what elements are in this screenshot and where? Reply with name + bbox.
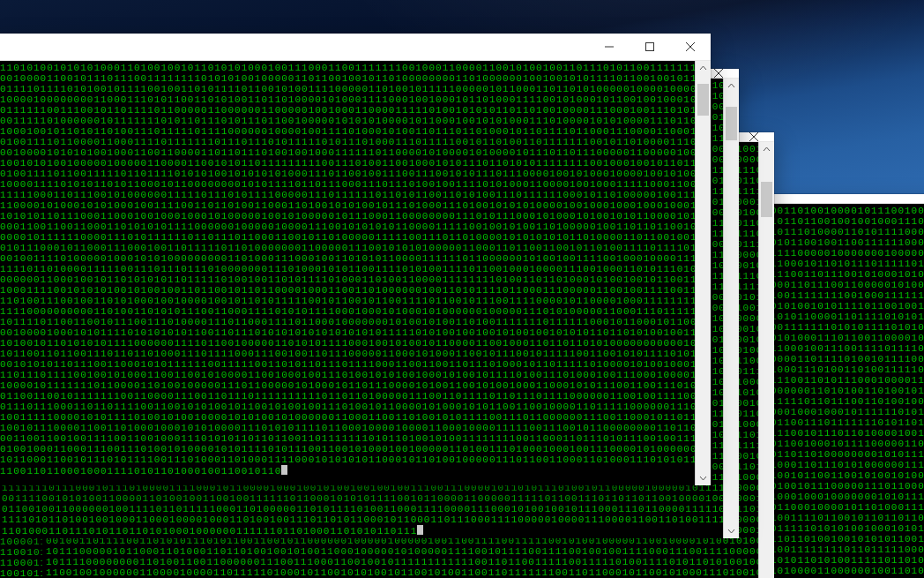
text-cursor: [417, 525, 423, 535]
scroll-track[interactable]: [759, 157, 774, 575]
scroll-up-button[interactable]: [724, 79, 739, 94]
scroll-down-button[interactable]: [696, 470, 711, 485]
minimize-icon: [605, 42, 614, 51]
maximize-button[interactable]: [630, 34, 670, 60]
titlebar[interactable]: [0, 34, 711, 61]
scroll-track[interactable]: [696, 76, 711, 470]
text-cursor: [281, 465, 287, 475]
scroll-down-button[interactable]: [724, 523, 739, 538]
scroll-thumb[interactable]: [697, 84, 709, 116]
svg-rect-3: [646, 43, 654, 51]
console-window-4[interactable]: 0011010010000101110010001011 10110110010…: [767, 194, 924, 578]
minimize-button[interactable]: [589, 34, 630, 60]
scroll-up-button[interactable]: [696, 61, 711, 76]
console-output[interactable]: 0011010010000101110010001011 10110110010…: [767, 204, 924, 578]
scroll-track[interactable]: [724, 94, 739, 523]
chevron-down-icon: [699, 474, 707, 482]
console-output[interactable]: 1101010010101010001101001001011010101000…: [0, 61, 695, 485]
chevron-up-icon: [699, 64, 707, 72]
close-icon: [686, 42, 695, 51]
scroll-up-button[interactable]: [759, 142, 774, 157]
maximize-icon: [645, 42, 654, 51]
scroll-thumb[interactable]: [761, 182, 772, 217]
titlebar-drag-region[interactable]: [767, 194, 924, 203]
vertical-scrollbar[interactable]: [723, 79, 739, 538]
scroll-thumb[interactable]: [726, 107, 737, 140]
close-icon: [714, 69, 723, 78]
titlebar-drag-region[interactable]: [0, 34, 589, 60]
console-window-1[interactable]: 1101010010101010001101001001011010101000…: [0, 34, 711, 485]
close-button[interactable]: [734, 132, 774, 141]
close-icon: [749, 132, 758, 141]
titlebar[interactable]: [767, 194, 924, 204]
vertical-scrollbar[interactable]: [695, 61, 711, 485]
close-button[interactable]: [670, 34, 711, 60]
chevron-down-icon: [727, 527, 735, 535]
chevron-up-icon: [727, 82, 735, 90]
chevron-up-icon: [763, 146, 771, 154]
vertical-scrollbar[interactable]: [758, 142, 774, 578]
